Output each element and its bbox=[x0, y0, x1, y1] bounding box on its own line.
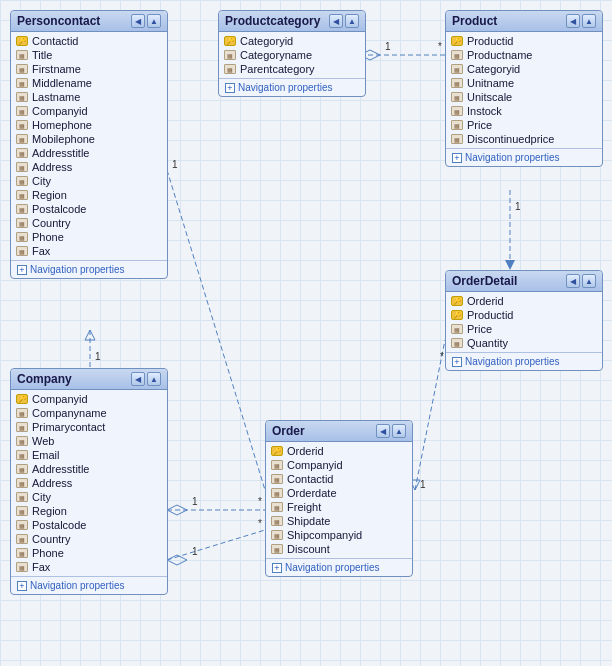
product-scroll-icon[interactable]: ◀ bbox=[566, 14, 580, 28]
orderdetail-expand-icon[interactable]: ▲ bbox=[582, 274, 596, 288]
field-table-icon: ▦ bbox=[15, 189, 29, 201]
nav-plus-icon[interactable]: + bbox=[225, 83, 235, 93]
table-row: ▦ Contactid bbox=[266, 472, 412, 486]
table-row: ▦ Shipdate bbox=[266, 514, 412, 528]
svg-text:1: 1 bbox=[95, 351, 101, 362]
productcategory-scroll-icon[interactable]: ◀ bbox=[329, 14, 343, 28]
svg-marker-6 bbox=[505, 260, 515, 270]
entity-header-product: Product ◀ ▲ bbox=[446, 11, 602, 32]
nav-plus-icon[interactable]: + bbox=[17, 265, 27, 275]
entity-order: Order ◀ ▲ 🔑 Orderid ▦ Companyid ▦ Contac… bbox=[265, 420, 413, 577]
table-row: ▦ Mobilephone bbox=[11, 132, 167, 146]
field-table-icon: ▦ bbox=[270, 487, 284, 499]
table-row: ▦ Country bbox=[11, 216, 167, 230]
orderdetail-scroll-icon[interactable]: ◀ bbox=[566, 274, 580, 288]
table-row: ▦ Companyid bbox=[11, 104, 167, 118]
field-table-icon: ▦ bbox=[15, 217, 29, 229]
table-row: ▦ Region bbox=[11, 504, 167, 518]
field-table-icon: ▦ bbox=[270, 501, 284, 513]
personcontact-nav[interactable]: + Navigation properties bbox=[11, 260, 167, 278]
key-icon: 🔑 bbox=[15, 393, 29, 405]
field-table-icon: ▦ bbox=[450, 49, 464, 61]
entity-title-company: Company bbox=[17, 372, 72, 386]
table-row: ▦ Price bbox=[446, 118, 602, 132]
product-nav[interactable]: + Navigation properties bbox=[446, 148, 602, 166]
field-table-icon: ▦ bbox=[15, 63, 29, 75]
entity-header-orderdetail: OrderDetail ◀ ▲ bbox=[446, 271, 602, 292]
key-icon: 🔑 bbox=[450, 35, 464, 47]
product-fields: 🔑 Productid ▦ Productname ▦ Categoryid ▦… bbox=[446, 32, 602, 148]
table-row: ▦ City bbox=[11, 174, 167, 188]
key-icon: 🔑 bbox=[270, 445, 284, 457]
svg-text:*: * bbox=[258, 496, 262, 507]
entity-title-product: Product bbox=[452, 14, 497, 28]
product-expand-icon[interactable]: ▲ bbox=[582, 14, 596, 28]
entity-header-personcontact: Personcontact ◀ ▲ bbox=[11, 11, 167, 32]
svg-text:*: * bbox=[258, 518, 262, 529]
table-row: 🔑 Categoryid bbox=[219, 34, 365, 48]
table-row: ▦ Firstname bbox=[11, 62, 167, 76]
table-row: ▦ Address bbox=[11, 476, 167, 490]
table-row: 🔑 Orderid bbox=[266, 444, 412, 458]
company-expand-icon[interactable]: ▲ bbox=[147, 372, 161, 386]
table-row: ▦ Fax bbox=[11, 560, 167, 574]
table-row: ▦ Address bbox=[11, 160, 167, 174]
field-table-icon: ▦ bbox=[15, 505, 29, 517]
company-scroll-icon[interactable]: ◀ bbox=[131, 372, 145, 386]
field-table-icon: ▦ bbox=[450, 77, 464, 89]
personcontact-expand-icon[interactable]: ▲ bbox=[147, 14, 161, 28]
field-table-icon: ▦ bbox=[15, 421, 29, 433]
field-table-icon: ▦ bbox=[15, 147, 29, 159]
table-row: ▦ Unitscale bbox=[446, 90, 602, 104]
table-row: ▦ City bbox=[11, 490, 167, 504]
field-table-icon: ▦ bbox=[15, 449, 29, 461]
field-table-icon: ▦ bbox=[15, 49, 29, 61]
svg-line-20 bbox=[415, 340, 445, 490]
order-nav[interactable]: + Navigation properties bbox=[266, 558, 412, 576]
table-row: ▦ Categoryid bbox=[446, 62, 602, 76]
key-icon: 🔑 bbox=[223, 35, 237, 47]
nav-plus-icon[interactable]: + bbox=[452, 357, 462, 367]
orderdetail-nav[interactable]: + Navigation properties bbox=[446, 352, 602, 370]
svg-text:*: * bbox=[440, 351, 444, 362]
productcategory-expand-icon[interactable]: ▲ bbox=[345, 14, 359, 28]
table-row: ▦ Postalcode bbox=[11, 202, 167, 216]
svg-marker-13 bbox=[167, 505, 187, 515]
field-table-icon: ▦ bbox=[450, 91, 464, 103]
entity-company: Company ◀ ▲ 🔑 Companyid ▦ Companyname ▦ … bbox=[10, 368, 168, 595]
svg-marker-17 bbox=[167, 555, 187, 565]
field-table-icon: ▦ bbox=[223, 49, 237, 61]
table-row: ▦ Unitname bbox=[446, 76, 602, 90]
entity-product: Product ◀ ▲ 🔑 Productid ▦ Productname ▦ … bbox=[445, 10, 603, 167]
productcategory-nav[interactable]: + Navigation properties bbox=[219, 78, 365, 96]
field-table-icon: ▦ bbox=[15, 175, 29, 187]
field-table-icon: ▦ bbox=[270, 529, 284, 541]
field-table-icon: ▦ bbox=[15, 119, 29, 131]
table-row: ▦ Homephone bbox=[11, 118, 167, 132]
table-row: ▦ Discontinuedprice bbox=[446, 132, 602, 146]
nav-plus-icon[interactable]: + bbox=[452, 153, 462, 163]
order-scroll-icon[interactable]: ◀ bbox=[376, 424, 390, 438]
table-row: ▦ Phone bbox=[11, 230, 167, 244]
field-table-icon: ▦ bbox=[450, 337, 464, 349]
field-table-icon: ▦ bbox=[223, 63, 237, 75]
svg-text:1: 1 bbox=[385, 41, 391, 52]
entity-title-order: Order bbox=[272, 424, 305, 438]
field-table-icon: ▦ bbox=[270, 543, 284, 555]
field-table-icon: ▦ bbox=[15, 203, 29, 215]
table-row: ▦ Country bbox=[11, 532, 167, 546]
field-table-icon: ▦ bbox=[15, 533, 29, 545]
nav-plus-icon[interactable]: + bbox=[17, 581, 27, 591]
table-row: 🔑 Contactid bbox=[11, 34, 167, 48]
table-row: ▦ Instock bbox=[446, 104, 602, 118]
nav-plus-icon[interactable]: + bbox=[272, 563, 282, 573]
company-nav[interactable]: + Navigation properties bbox=[11, 576, 167, 594]
personcontact-scroll-icon[interactable]: ◀ bbox=[131, 14, 145, 28]
field-table-icon: ▦ bbox=[270, 473, 284, 485]
table-row: ▦ Price bbox=[446, 322, 602, 336]
order-expand-icon[interactable]: ▲ bbox=[392, 424, 406, 438]
field-table-icon: ▦ bbox=[450, 323, 464, 335]
table-row: ▦ Shipcompanyid bbox=[266, 528, 412, 542]
entity-title-orderdetail: OrderDetail bbox=[452, 274, 517, 288]
company-fields: 🔑 Companyid ▦ Companyname ▦ Primaryconta… bbox=[11, 390, 167, 576]
